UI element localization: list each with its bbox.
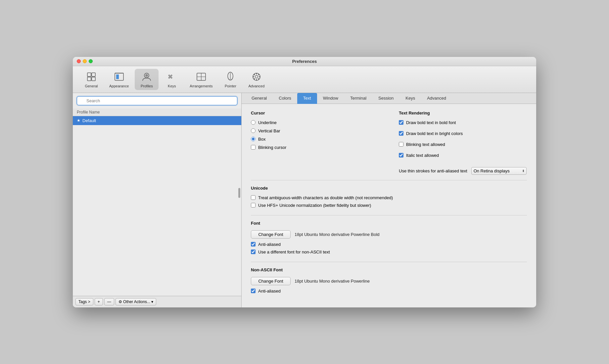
- tab-window[interactable]: Window: [317, 93, 344, 104]
- toolbar-appearance-label: Appearance: [109, 84, 129, 88]
- sidebar-footer: Tags > + — ⚙ Other Actions... ▾: [73, 296, 241, 307]
- non-ascii-anti-aliased-checkbox[interactable]: [251, 289, 256, 293]
- add-profile-button[interactable]: +: [95, 298, 103, 305]
- maximize-button[interactable]: [89, 59, 93, 63]
- toolbar-appearance[interactable]: Appearance: [105, 69, 133, 90]
- bold-bright-checkbox[interactable]: [399, 131, 403, 136]
- scroll-handle[interactable]: [238, 188, 240, 198]
- non-ascii-font-value: 18pt Ubuntu Mono derivative Powerline: [295, 279, 370, 284]
- change-non-ascii-font-button[interactable]: Change Font: [251, 277, 291, 285]
- titlebar: Preferences: [73, 57, 536, 66]
- profile-list-header: Profile Name: [73, 109, 241, 116]
- tab-advanced[interactable]: Advanced: [421, 93, 452, 104]
- tab-bar: General Colors Text Window Terminal Sess…: [242, 93, 536, 104]
- diff-font-option[interactable]: Use a different font for non-ASCII text: [251, 250, 527, 254]
- thin-strokes-label: Use thin strokes for anti-aliased text: [399, 168, 467, 173]
- cursor-underline[interactable]: Underline: [251, 120, 379, 125]
- profiles-icon: [141, 71, 153, 83]
- font-title: Font: [251, 221, 527, 226]
- appearance-icon: [113, 71, 125, 83]
- separator-2: [251, 215, 527, 215]
- main-content: 🔍 Profile Name ★ Default Tags >: [73, 93, 536, 307]
- cursor-blinking[interactable]: Blinking cursor: [251, 145, 379, 150]
- search-input[interactable]: [77, 96, 237, 105]
- minimize-button[interactable]: [83, 59, 87, 63]
- thin-strokes-select[interactable]: Never Always On Retina displays When dar…: [471, 167, 527, 175]
- text-rendering-section: Text Rendering Draw bold text in bold fo…: [399, 111, 527, 175]
- remove-profile-button[interactable]: —: [104, 298, 114, 305]
- blinking-text-option[interactable]: Blinking text allowed: [399, 142, 527, 147]
- hfs-normalize-option[interactable]: Use HFS+ Unicode normalization (better f…: [251, 203, 527, 208]
- tab-content-text: Cursor Underline Vertical Bar: [242, 104, 536, 307]
- general-icon: [85, 71, 97, 83]
- other-actions-button[interactable]: ⚙ Other Actions... ▾: [116, 298, 156, 305]
- svg-line-22: [258, 78, 259, 79]
- cursor-vertical-bar-radio[interactable]: [251, 128, 256, 133]
- diff-font-checkbox[interactable]: [251, 250, 256, 254]
- double-width-checkbox[interactable]: [251, 195, 256, 200]
- italic-checkbox[interactable]: [399, 153, 403, 158]
- tab-general[interactable]: General: [246, 93, 273, 104]
- toolbar-arrangements[interactable]: Arrangements: [185, 69, 217, 90]
- svg-rect-5: [116, 74, 119, 79]
- svg-rect-3: [92, 77, 95, 81]
- cursor-text-rendering-row: Cursor Underline Vertical Bar: [251, 111, 527, 175]
- bold-bright-option[interactable]: Draw bold text in bright colors: [399, 131, 527, 136]
- non-ascii-anti-aliased-option[interactable]: Anti-aliased: [251, 289, 527, 294]
- toolbar-general-label: General: [85, 84, 98, 88]
- traffic-lights: [77, 59, 93, 63]
- advanced-icon: [251, 71, 262, 83]
- tags-button[interactable]: Tags >: [75, 298, 93, 305]
- toolbar-profiles-label: Profiles: [141, 84, 153, 88]
- separator-3: [251, 262, 527, 262]
- cursor-vertical-bar[interactable]: Vertical Bar: [251, 128, 379, 133]
- bold-font-checkbox[interactable]: [399, 120, 403, 125]
- toolbar-keys[interactable]: ⌘ Keys: [160, 69, 184, 90]
- anti-aliased-checkbox[interactable]: [251, 242, 256, 247]
- italic-option[interactable]: Italic text allowed: [399, 153, 527, 158]
- svg-text:⌘: ⌘: [168, 73, 172, 81]
- change-font-button[interactable]: Change Font: [251, 230, 291, 239]
- anti-aliased-option[interactable]: Anti-aliased: [251, 242, 527, 247]
- svg-rect-4: [115, 73, 123, 80]
- keys-icon: ⌘: [166, 71, 178, 83]
- preferences-window: Preferences General: [73, 57, 536, 307]
- blinking-text-checkbox[interactable]: [399, 142, 403, 147]
- tab-terminal[interactable]: Terminal: [344, 93, 372, 104]
- text-rendering-options: Draw bold text in bold font Draw bold te…: [399, 120, 527, 175]
- font-section: Font Change Font 18pt Ubuntu Mono deriva…: [251, 221, 527, 254]
- search-wrapper: 🔍: [77, 96, 237, 105]
- toolbar-general[interactable]: General: [79, 69, 103, 90]
- profile-name: Default: [82, 118, 96, 123]
- svg-rect-0: [87, 73, 91, 76]
- svg-rect-1: [92, 73, 95, 76]
- tab-session[interactable]: Session: [372, 93, 399, 104]
- cursor-box[interactable]: Box: [251, 137, 379, 142]
- cursor-box-radio[interactable]: [251, 137, 256, 141]
- tab-keys[interactable]: Keys: [399, 93, 421, 104]
- toolbar-advanced-label: Advanced: [248, 84, 264, 88]
- arrangements-icon: [195, 71, 207, 83]
- detail-pane: General Colors Text Window Terminal Sess…: [242, 93, 536, 307]
- svg-line-23: [258, 74, 259, 75]
- tab-text[interactable]: Text: [297, 93, 317, 104]
- svg-line-24: [254, 78, 255, 79]
- toolbar-profiles[interactable]: Profiles: [135, 69, 159, 90]
- svg-point-8: [145, 74, 148, 77]
- profile-item-default[interactable]: ★ Default: [73, 116, 241, 125]
- toolbar-advanced[interactable]: Advanced: [244, 69, 269, 90]
- font-value: 18pt Ubuntu Mono derivative Powerline Bo…: [295, 232, 380, 237]
- cursor-underline-radio[interactable]: [251, 120, 256, 125]
- cursor-blinking-checkbox[interactable]: [251, 145, 256, 150]
- thin-strokes-select-wrapper: Never Always On Retina displays When dar…: [471, 167, 527, 175]
- double-width-option[interactable]: Treat ambiguous-width characters as doub…: [251, 195, 527, 200]
- cursor-title: Cursor: [251, 111, 379, 115]
- close-button[interactable]: [77, 59, 81, 63]
- hfs-normalize-checkbox[interactable]: [251, 203, 256, 207]
- tab-colors[interactable]: Colors: [273, 93, 297, 104]
- default-star: ★: [77, 118, 80, 123]
- unicode-title: Unicode: [251, 186, 527, 191]
- bold-font-option[interactable]: Draw bold text in bold font: [399, 120, 527, 125]
- toolbar-pointer[interactable]: Pointer: [218, 69, 242, 90]
- unicode-section: Unicode Treat ambiguous-width characters…: [251, 186, 527, 208]
